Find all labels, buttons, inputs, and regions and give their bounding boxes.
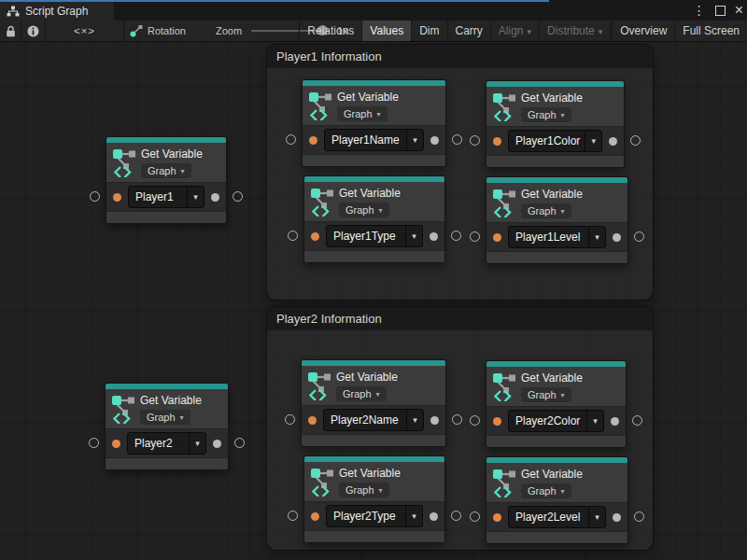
input-port[interactable] (285, 414, 295, 425)
value-input-port[interactable] (311, 232, 319, 241)
tab-title: Script Graph (25, 5, 88, 18)
close-icon[interactable]: × (735, 0, 743, 21)
graph-source-dropdown[interactable]: Graph▾ (141, 163, 191, 178)
graph-source-dropdown[interactable]: Graph▾ (521, 107, 571, 122)
output-port[interactable] (634, 231, 644, 242)
node-get-variable-player1name[interactable]: Get Variable Graph▾ Player1Name▾ (302, 79, 446, 167)
value-output-port[interactable] (430, 232, 438, 241)
input-port[interactable] (89, 438, 99, 448)
align-button[interactable]: Align▾ (490, 21, 539, 41)
value-input-port[interactable] (493, 417, 501, 426)
lock-button[interactable] (0, 21, 21, 41)
node-get-variable-player1type[interactable]: Get Variable Graph▾ Player1Type▾ (303, 175, 445, 263)
output-port[interactable] (632, 415, 642, 426)
graph-source-dropdown[interactable]: Graph▾ (521, 203, 571, 218)
node-header: Get Variable Graph▾ (486, 87, 624, 126)
value-input-port[interactable] (308, 416, 317, 425)
variable-dropdown[interactable]: Player2Name▾ (323, 409, 424, 431)
graph-source-dropdown[interactable]: Graph▾ (140, 410, 190, 425)
variable-dropdown[interactable]: Player1Color▾ (508, 130, 602, 152)
value-input-port[interactable] (311, 512, 319, 521)
graph-source-dropdown[interactable]: Graph▾ (339, 483, 389, 497)
value-output-port[interactable] (611, 417, 619, 426)
graph-source-dropdown[interactable]: Graph▾ (521, 387, 571, 402)
variable-dropdown[interactable]: Player2Level▾ (508, 506, 606, 528)
value-input-port[interactable] (493, 513, 501, 522)
node-get-variable-player2[interactable]: Get Variable Graph▾ Player2▾ (105, 383, 229, 470)
input-port[interactable] (470, 231, 480, 242)
input-port[interactable] (90, 191, 100, 202)
variable-dropdown[interactable]: Player1▾ (128, 186, 204, 208)
menu-icon[interactable]: ⋮ (693, 0, 706, 21)
output-port[interactable] (634, 511, 644, 522)
variable-dropdown[interactable]: Player1Type▾ (326, 225, 423, 247)
input-port[interactable] (286, 134, 296, 145)
node-footer (304, 530, 444, 542)
graph-source-dropdown[interactable]: Graph▾ (336, 386, 387, 401)
output-port[interactable] (452, 414, 462, 425)
value-output-port[interactable] (211, 193, 219, 202)
variable-dropdown[interactable]: Player2Color▾ (508, 410, 604, 432)
node-get-variable-player2color[interactable]: Get Variable Graph▾ Player2Color▾ (486, 360, 627, 448)
value-output-port[interactable] (430, 416, 439, 425)
output-port[interactable] (452, 134, 462, 145)
node-get-variable-player2name[interactable]: Get Variable Graph▾ Player2Name▾ (301, 359, 446, 447)
node-get-variable-player1level[interactable]: Get Variable Graph▾ Player1Level▾ (486, 176, 628, 264)
group-header[interactable]: Player1 Information (267, 45, 653, 68)
variable-dropdown[interactable]: Player2Type▾ (326, 505, 423, 527)
value-output-port[interactable] (213, 440, 221, 448)
tab-script-graph[interactable]: Script Graph (0, 2, 114, 21)
graph-source-dropdown[interactable]: Graph▾ (337, 106, 388, 121)
get-variable-icon (308, 371, 331, 400)
graph-source-dropdown[interactable]: Graph▾ (521, 483, 571, 498)
relations-button[interactable]: Relations (299, 21, 361, 41)
value-output-port[interactable] (613, 513, 621, 522)
chevron-down-icon: ▾ (406, 511, 422, 521)
node-get-variable-player2level[interactable]: Get Variable Graph▾ Player2Level▾ (486, 456, 628, 544)
output-port[interactable] (451, 511, 461, 521)
dim-button[interactable]: Dim (411, 21, 446, 41)
node-footer (486, 155, 624, 167)
input-port[interactable] (470, 135, 480, 146)
input-port[interactable] (288, 231, 298, 241)
get-variable-icon (493, 91, 515, 121)
value-input-port[interactable] (493, 137, 501, 146)
node-get-variable-player1[interactable]: Get Variable Graph▾ Player1▾ (106, 136, 227, 224)
fullscreen-button[interactable]: Full Screen (674, 21, 747, 41)
node-footer (304, 250, 444, 262)
value-input-port[interactable] (113, 193, 121, 202)
code-preview-toggle[interactable]: <×> (46, 21, 124, 41)
group-header[interactable]: Player2 Information (267, 307, 653, 330)
distribute-button[interactable]: Distribute▾ (539, 21, 610, 41)
variable-dropdown[interactable]: Player2▾ (127, 432, 206, 455)
input-port[interactable] (470, 511, 480, 522)
value-input-port[interactable] (112, 440, 120, 448)
output-port[interactable] (234, 438, 245, 448)
get-variable-icon (112, 394, 134, 424)
value-output-port[interactable] (430, 512, 438, 521)
output-port[interactable] (451, 231, 461, 241)
node-footer (303, 154, 445, 166)
value-output-port[interactable] (609, 137, 617, 146)
node-title: Get Variable (521, 91, 583, 105)
input-port[interactable] (470, 415, 480, 426)
carry-button[interactable]: Carry (447, 21, 490, 41)
variable-dropdown[interactable]: Player1Name▾ (324, 129, 424, 151)
graph-source-dropdown[interactable]: Graph▾ (339, 203, 389, 217)
variable-dropdown[interactable]: Player1Level▾ (508, 226, 606, 248)
output-port[interactable] (233, 191, 243, 202)
output-port[interactable] (630, 135, 641, 146)
node-get-variable-player1color[interactable]: Get Variable Graph▾ Player1Color▾ (486, 80, 625, 168)
get-variable-icon (493, 371, 515, 401)
value-output-port[interactable] (613, 233, 621, 242)
info-button[interactable] (21, 21, 46, 41)
graph-canvas[interactable]: Player1 Information Player2 Information … (0, 42, 747, 560)
values-button[interactable]: Values (361, 21, 411, 41)
value-output-port[interactable] (430, 136, 439, 145)
input-port[interactable] (288, 511, 298, 521)
overview-button[interactable]: Overview (610, 21, 674, 41)
value-input-port[interactable] (493, 233, 501, 242)
node-get-variable-player2type[interactable]: Get Variable Graph▾ Player2Type▾ (303, 455, 445, 543)
maximize-icon[interactable] (715, 6, 726, 16)
value-input-port[interactable] (309, 136, 317, 145)
